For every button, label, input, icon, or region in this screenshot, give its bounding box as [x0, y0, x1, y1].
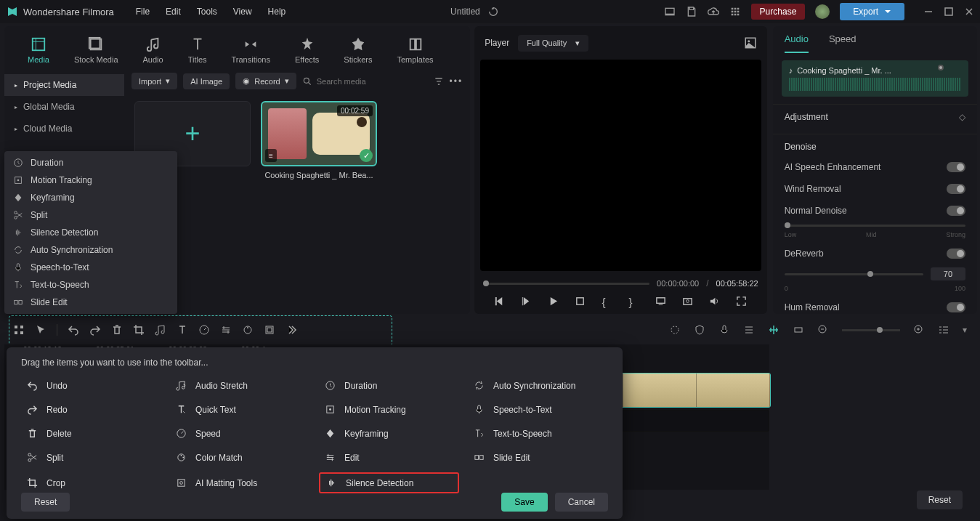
- diamond-icon[interactable]: ◇: [959, 112, 965, 122]
- mark-in-icon[interactable]: {: [602, 296, 612, 307]
- nav-tab-media[interactable]: Media: [22, 32, 55, 68]
- redo-icon[interactable]: [89, 324, 101, 336]
- search-input[interactable]: [317, 77, 389, 86]
- cust-item-color-match[interactable]: Color Match: [170, 448, 310, 467]
- player-viewport[interactable]: [480, 60, 761, 271]
- ai-image-button[interactable]: AI Image: [183, 73, 230, 89]
- nav-tab-audio[interactable]: Audio: [137, 32, 169, 68]
- customizer-save-button[interactable]: Save: [501, 493, 547, 512]
- apps-grid-icon[interactable]: [729, 6, 741, 17]
- tracks-icon[interactable]: [938, 324, 949, 336]
- slider-dereverb[interactable]: [785, 273, 923, 275]
- export-button[interactable]: Export: [840, 3, 904, 20]
- cust-item-audio-stretch[interactable]: Audio Stretch: [170, 376, 310, 395]
- image-icon[interactable]: [744, 36, 757, 49]
- inspector-reset-button[interactable]: Reset: [917, 490, 963, 509]
- frame-tool-icon[interactable]: [264, 324, 275, 336]
- cust-item-crop[interactable]: Crop: [21, 472, 161, 493]
- toggle-normal-denoise[interactable]: [947, 206, 965, 216]
- filter-icon[interactable]: [434, 76, 444, 86]
- cust-item-slide-edit[interactable]: Slide Edit: [468, 448, 608, 467]
- sidebar-item-project[interactable]: ▸Project Media: [4, 74, 124, 96]
- val-dereverb[interactable]: 70: [931, 267, 965, 280]
- cust-item-text-to-speech[interactable]: Text-to-Speech: [468, 424, 608, 443]
- sidebar-item-cloud[interactable]: ▸Cloud Media: [4, 118, 124, 140]
- cursor-icon[interactable]: [35, 324, 46, 336]
- save-icon[interactable]: [686, 6, 697, 17]
- color-tool-icon[interactable]: [242, 324, 254, 336]
- chevron-down-icon[interactable]: ▾: [963, 325, 967, 335]
- step-back-icon[interactable]: [494, 296, 505, 307]
- cust-item-duration[interactable]: Duration: [319, 376, 459, 395]
- quality-dropdown[interactable]: Full Quality▾: [518, 35, 588, 52]
- menu-file[interactable]: File: [136, 7, 150, 17]
- nav-tab-templates[interactable]: Templates: [391, 32, 439, 68]
- ctx-keyframing[interactable]: Keyframing: [4, 189, 177, 206]
- ctx-silence-detection[interactable]: Silence Detection: [4, 224, 177, 241]
- record-button[interactable]: ◉Record▾: [235, 73, 296, 89]
- cust-item-delete[interactable]: Delete: [21, 424, 161, 443]
- mark-out-icon[interactable]: }: [628, 296, 639, 307]
- refresh-icon[interactable]: [487, 6, 499, 17]
- audio-tool-icon[interactable]: [155, 324, 166, 336]
- audio-clip-preview[interactable]: ♪Cooking Spaghetti _ Mr. ...: [782, 60, 968, 97]
- device-icon[interactable]: [664, 6, 676, 17]
- toggle-wind[interactable]: [947, 184, 965, 194]
- nav-tab-titles[interactable]: Titles: [182, 32, 213, 68]
- stop-icon[interactable]: [575, 296, 586, 307]
- undo-icon[interactable]: [68, 324, 79, 336]
- ctx-speech-to-text[interactable]: Speech-to-Text: [4, 259, 177, 276]
- section-adjustment[interactable]: Adjustment: [785, 112, 828, 122]
- adjust-tool-icon[interactable]: [220, 324, 232, 336]
- play-start-icon[interactable]: [521, 296, 532, 307]
- cust-item-auto-synchronization[interactable]: Auto Synchronization: [468, 376, 608, 395]
- purchase-button[interactable]: Purchase: [751, 4, 806, 20]
- expand-arrow-icon[interactable]: [286, 324, 297, 336]
- menu-view[interactable]: View: [233, 7, 252, 17]
- speed-tool-icon[interactable]: [198, 324, 210, 336]
- section-denoise[interactable]: Denoise: [785, 142, 817, 152]
- list-icon[interactable]: [743, 324, 755, 336]
- mic-icon[interactable]: [718, 324, 730, 336]
- fullscreen-icon[interactable]: [736, 296, 747, 307]
- text-tool-icon[interactable]: [177, 324, 188, 336]
- menu-help[interactable]: Help: [268, 7, 286, 17]
- search-field[interactable]: [302, 76, 389, 86]
- customizer-cancel-button[interactable]: Cancel: [555, 493, 608, 512]
- play-icon[interactable]: [548, 296, 559, 307]
- import-button[interactable]: Import▾: [131, 73, 177, 89]
- snap-icon[interactable]: [768, 324, 779, 336]
- minimize-icon[interactable]: [923, 7, 934, 17]
- nav-tab-stock[interactable]: Stock Media: [68, 32, 124, 68]
- cust-item-ai-matting-tools[interactable]: AI Matting Tools: [170, 472, 310, 493]
- cust-item-motion-tracking[interactable]: Motion Tracking: [319, 400, 459, 419]
- ctx-slide-edit[interactable]: Slide Edit: [4, 294, 177, 311]
- zoom-in-icon[interactable]: [913, 324, 925, 336]
- close-icon[interactable]: [964, 7, 974, 17]
- cust-item-quick-text[interactable]: Quick Text: [170, 400, 310, 419]
- ctx-duration[interactable]: Duration: [4, 154, 177, 171]
- cust-item-speed[interactable]: Speed: [170, 424, 310, 443]
- nav-tab-stickers[interactable]: Stickers: [338, 32, 378, 68]
- cust-item-keyframing[interactable]: Keyframing: [319, 424, 459, 443]
- crop-icon[interactable]: [133, 324, 145, 336]
- scrub-bar[interactable]: [483, 283, 649, 285]
- customizer-reset-button[interactable]: Reset: [21, 493, 70, 512]
- cust-item-redo[interactable]: Redo: [21, 400, 161, 419]
- nav-tab-effects[interactable]: Effects: [289, 32, 325, 68]
- grid-icon[interactable]: [13, 324, 25, 336]
- volume-icon[interactable]: [709, 296, 720, 307]
- screen-icon[interactable]: [655, 296, 666, 307]
- zoom-out-icon[interactable]: [817, 324, 829, 336]
- menu-edit[interactable]: Edit: [166, 7, 181, 17]
- cust-item-silence-detection[interactable]: Silence Detection: [319, 472, 459, 493]
- toggle-hum[interactable]: [947, 302, 965, 312]
- inspector-tab-audio[interactable]: Audio: [785, 33, 809, 53]
- cloud-upload-icon[interactable]: [708, 6, 719, 17]
- ctx-split[interactable]: Split: [4, 206, 177, 224]
- trash-icon[interactable]: [111, 324, 123, 336]
- sidebar-item-global[interactable]: ▸Global Media: [4, 96, 124, 118]
- inspector-tab-speed[interactable]: Speed: [829, 33, 857, 53]
- cust-item-undo[interactable]: Undo: [21, 376, 161, 395]
- disc-badge-icon[interactable]: [815, 4, 830, 19]
